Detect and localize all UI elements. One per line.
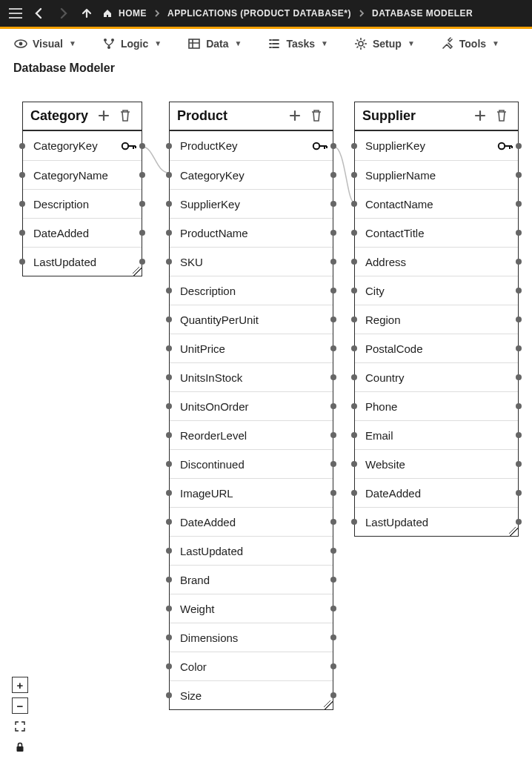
connector-stub[interactable]	[19, 230, 25, 236]
entity-supplier[interactable]: Supplier SupplierKeySupplierNameContactN…	[354, 102, 519, 537]
connector-stub[interactable]	[351, 345, 357, 351]
field-row[interactable]: PostalCode	[355, 334, 518, 362]
connector-stub[interactable]	[19, 143, 25, 149]
up-icon[interactable]	[77, 4, 96, 23]
field-row[interactable]: LastUpdated	[170, 536, 333, 565]
connector-stub[interactable]	[516, 143, 522, 149]
connector-stub[interactable]	[330, 345, 336, 351]
connector-stub[interactable]	[330, 461, 336, 467]
entity-header[interactable]: Category	[23, 102, 142, 131]
field-row[interactable]: Dimensions	[170, 623, 333, 652]
connector-stub[interactable]	[139, 230, 145, 236]
connector-stub[interactable]	[330, 634, 336, 640]
field-row[interactable]: Country	[355, 362, 518, 391]
connector-stub[interactable]	[166, 374, 172, 380]
connector-stub[interactable]	[166, 461, 172, 467]
connector-stub[interactable]	[351, 288, 357, 294]
connector-stub[interactable]	[139, 143, 145, 149]
connector-stub[interactable]	[351, 490, 357, 496]
field-row[interactable]: ProductName	[170, 218, 333, 247]
connector-stub[interactable]	[351, 201, 357, 207]
connector-stub[interactable]	[330, 548, 336, 554]
field-row[interactable]: UnitsInStock	[170, 362, 333, 391]
connector-stub[interactable]	[516, 172, 522, 178]
connector-stub[interactable]	[351, 519, 357, 525]
connector-stub[interactable]	[166, 143, 172, 149]
field-row[interactable]: ContactName	[355, 189, 518, 218]
breadcrumb-apps[interactable]: APPLICATIONS (PRODUCT DATABASE*)	[167, 8, 351, 19]
field-row[interactable]: CategoryName	[23, 160, 142, 189]
field-row[interactable]: Address	[355, 247, 518, 276]
connector-stub[interactable]	[351, 172, 357, 178]
zoom-out-button[interactable]: −	[12, 697, 28, 714]
connector-stub[interactable]	[516, 461, 522, 467]
field-row[interactable]: SupplierKey	[170, 189, 333, 218]
connector-stub[interactable]	[330, 663, 336, 669]
connector-stub[interactable]	[166, 663, 172, 669]
connector-stub[interactable]	[166, 230, 172, 236]
connector-stub[interactable]	[330, 143, 336, 149]
connector-stub[interactable]	[516, 230, 522, 236]
connector-stub[interactable]	[166, 634, 172, 640]
field-row[interactable]: SupplierKey	[355, 131, 518, 160]
connector-stub[interactable]	[166, 316, 172, 322]
connector-stub[interactable]	[139, 201, 145, 207]
add-field-icon[interactable]	[473, 109, 488, 124]
connector-stub[interactable]	[516, 374, 522, 380]
field-row[interactable]: DateAdded	[355, 478, 518, 507]
connector-stub[interactable]	[166, 692, 172, 698]
home-icon[interactable]	[101, 4, 114, 23]
connector-stub[interactable]	[351, 143, 357, 149]
toolbar-tasks[interactable]: Tasks▼	[267, 36, 328, 51]
resize-handle[interactable]	[133, 267, 142, 276]
menu-icon[interactable]	[6, 4, 25, 23]
connector-stub[interactable]	[166, 259, 172, 265]
field-row[interactable]: SKU	[170, 247, 333, 276]
connector-stub[interactable]	[516, 403, 522, 409]
connector-stub[interactable]	[516, 259, 522, 265]
connector-stub[interactable]	[330, 606, 336, 611]
field-row[interactable]: CategoryKey	[170, 160, 333, 189]
connector-stub[interactable]	[166, 548, 172, 554]
connector-stub[interactable]	[351, 316, 357, 322]
connector-stub[interactable]	[166, 606, 172, 611]
connector-stub[interactable]	[166, 345, 172, 351]
resize-handle[interactable]	[324, 700, 333, 709]
back-icon[interactable]	[30, 4, 49, 23]
connector-stub[interactable]	[351, 259, 357, 265]
connector-stub[interactable]	[166, 519, 172, 525]
toolbar-data[interactable]: Data▼	[187, 36, 242, 51]
connector-stub[interactable]	[330, 403, 336, 409]
field-row[interactable]: Website	[355, 449, 518, 478]
connector-stub[interactable]	[351, 461, 357, 467]
connector-stub[interactable]	[330, 374, 336, 380]
connector-stub[interactable]	[330, 172, 336, 178]
connector-stub[interactable]	[19, 201, 25, 207]
field-row[interactable]: Discontinued	[170, 449, 333, 478]
field-row[interactable]: DateAdded	[23, 218, 142, 247]
connector-stub[interactable]	[330, 577, 336, 583]
connector-stub[interactable]	[330, 259, 336, 265]
connector-stub[interactable]	[516, 490, 522, 496]
toolbar-setup[interactable]: Setup▼	[353, 36, 415, 51]
connector-stub[interactable]	[516, 316, 522, 322]
toolbar-visual[interactable]: Visual▼	[13, 36, 76, 51]
field-row[interactable]: QuantityPerUnit	[170, 305, 333, 334]
connector-stub[interactable]	[351, 403, 357, 409]
field-row[interactable]: Size	[170, 680, 333, 709]
entity-category[interactable]: Category CategoryKeyCategoryNameDescript…	[22, 102, 142, 276]
toolbar-logic[interactable]: Logic▼	[102, 36, 162, 51]
field-row[interactable]: ProductKey	[170, 131, 333, 160]
connector-stub[interactable]	[351, 230, 357, 236]
breadcrumb-home[interactable]: HOME	[119, 8, 147, 19]
modeler-canvas[interactable]: Category CategoryKeyCategoryNameDescript…	[0, 82, 532, 759]
connector-stub[interactable]	[19, 172, 25, 178]
toolbar-tools[interactable]: Tools▼	[440, 36, 499, 51]
connector-stub[interactable]	[330, 692, 336, 698]
connector-stub[interactable]	[330, 316, 336, 322]
add-field-icon[interactable]	[288, 109, 303, 124]
connector-stub[interactable]	[166, 490, 172, 496]
connector-stub[interactable]	[139, 172, 145, 178]
field-row[interactable]: Description	[170, 276, 333, 305]
field-row[interactable]: UnitsOnOrder	[170, 391, 333, 420]
